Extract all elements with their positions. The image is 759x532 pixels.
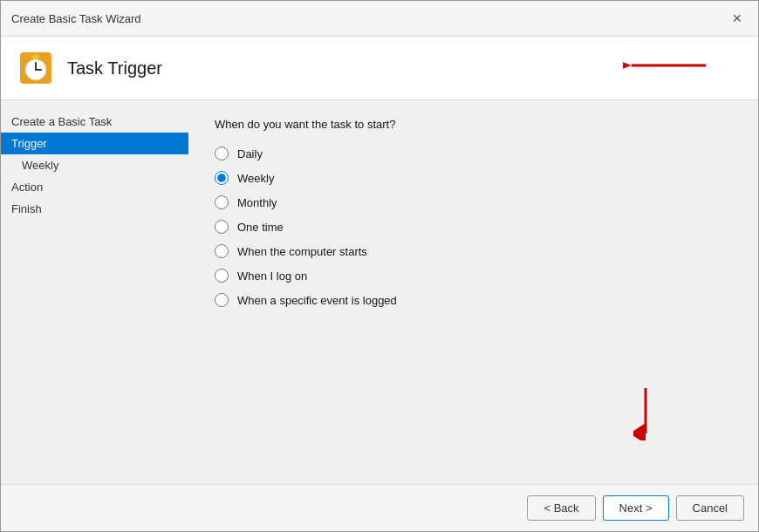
radio-specific-event-label: When a specific event is logged: [237, 294, 397, 307]
radio-computer-starts-label: When the computer starts: [237, 245, 367, 258]
radio-log-on-input[interactable]: [215, 269, 229, 283]
radio-weekly[interactable]: Weekly: [215, 171, 732, 185]
header-title: Task Trigger: [67, 58, 162, 78]
dialog-window: Create Basic Task Wizard ✕ Task Trigger: [0, 0, 759, 532]
header-section: Task Trigger: [1, 37, 758, 100]
radio-group: Daily Weekly Monthly One time: [215, 147, 732, 307]
radio-computer-starts-input[interactable]: [215, 244, 229, 258]
sidebar-item-action[interactable]: Action: [1, 176, 188, 198]
radio-one-time-input[interactable]: [215, 220, 229, 234]
radio-one-time-label: One time: [237, 221, 284, 234]
content-area: Create a Basic Task Trigger Weekly Actio…: [1, 100, 758, 484]
radio-specific-event-input[interactable]: [215, 293, 229, 307]
sidebar-item-weekly[interactable]: Weekly: [1, 154, 188, 176]
radio-weekly-label: Weekly: [237, 172, 274, 185]
question-text: When do you want the task to start?: [215, 118, 732, 131]
arrow-right-indicator: [623, 52, 710, 78]
radio-monthly-input[interactable]: [215, 195, 229, 209]
radio-daily[interactable]: Daily: [215, 147, 732, 160]
radio-log-on[interactable]: When I log on: [215, 269, 732, 283]
title-bar-left: Create Basic Task Wizard: [11, 12, 141, 25]
sidebar-item-finish[interactable]: Finish: [1, 198, 188, 220]
next-button[interactable]: Next >: [603, 495, 669, 521]
radio-one-time[interactable]: One time: [215, 220, 732, 234]
radio-computer-starts[interactable]: When the computer starts: [215, 244, 732, 258]
main-panel: When do you want the task to start? Dail…: [188, 100, 758, 484]
radio-specific-event[interactable]: When a specific event is logged: [215, 293, 732, 307]
footer: < Back Next > Cancel: [1, 484, 758, 531]
radio-weekly-input[interactable]: [215, 171, 229, 185]
title-bar: Create Basic Task Wizard ✕: [1, 1, 758, 37]
close-button[interactable]: ✕: [727, 8, 748, 29]
radio-log-on-label: When I log on: [237, 269, 307, 283]
dialog-title: Create Basic Task Wizard: [11, 12, 141, 25]
sidebar-item-create-basic-task[interactable]: Create a Basic Task: [1, 111, 188, 133]
arrow-down-indicator: [633, 388, 658, 440]
sidebar: Create a Basic Task Trigger Weekly Actio…: [1, 100, 188, 484]
radio-monthly-label: Monthly: [237, 196, 277, 209]
radio-monthly[interactable]: Monthly: [215, 195, 732, 209]
header-icon: [18, 51, 53, 85]
cancel-button[interactable]: Cancel: [676, 495, 744, 521]
radio-daily-label: Daily: [237, 147, 263, 160]
sidebar-item-trigger[interactable]: Trigger: [1, 133, 188, 154]
radio-daily-input[interactable]: [215, 147, 229, 160]
back-button[interactable]: < Back: [527, 495, 595, 521]
